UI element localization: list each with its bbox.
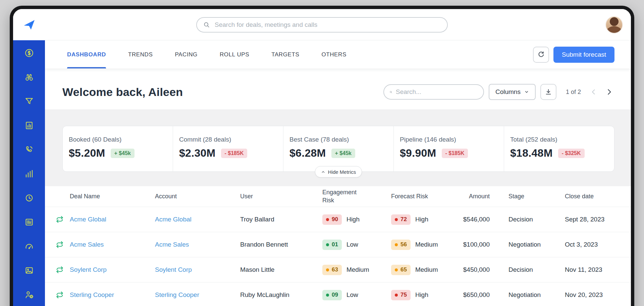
deal-name-link[interactable]: Acme Global <box>70 216 155 223</box>
metric-card-total[interactable]: Total (252 deals) $18.48M - $325K <box>504 126 614 171</box>
engagement-risk-cell: 09 Low <box>322 290 391 300</box>
hide-metrics-button[interactable]: Hide Metrics <box>315 166 362 177</box>
phone-icon <box>24 145 34 155</box>
sidebar-item-pipeline[interactable] <box>13 89 45 113</box>
swap-button[interactable] <box>54 290 65 300</box>
tab-actions: Submit forecast <box>533 47 614 63</box>
metric-card-pipeline[interactable]: Pipeline (146 deals) $9.90M - $185K <box>393 126 504 171</box>
stage-cell: Negotiation <box>490 291 565 299</box>
search-icon <box>389 89 392 96</box>
metric-card-commit[interactable]: Commit (28 deals) $2.30M - $185K <box>173 126 283 171</box>
swap-button[interactable] <box>54 239 65 250</box>
prev-page-button[interactable] <box>588 87 599 97</box>
top-bar <box>13 9 631 40</box>
app-window: DASHBOARD TRENDS PACING ROLL UPS TARGETS… <box>10 6 634 306</box>
metric-value: $9.90M <box>400 147 436 159</box>
sidebar-item-deals[interactable] <box>13 41 45 65</box>
risk-level: High <box>415 291 428 299</box>
user-cell: Ruby McLaughlin <box>240 291 322 299</box>
column-header-deal-name: Deal Name <box>70 193 155 200</box>
sidebar-item-admin[interactable] <box>13 283 45 306</box>
engagement-risk-cell: 63 Medium <box>322 265 391 275</box>
funnel-icon <box>24 96 34 106</box>
sidebar-item-accounts[interactable] <box>13 113 45 138</box>
tab-roll-ups[interactable]: ROLL UPS <box>220 41 249 68</box>
global-search[interactable] <box>196 17 448 33</box>
sidebar-item-feed[interactable] <box>13 210 45 234</box>
risk-dot <box>395 294 398 297</box>
next-page-button[interactable] <box>604 87 614 97</box>
app-logo[interactable] <box>13 18 45 32</box>
engagement-risk-cell: 01 Low <box>322 240 391 250</box>
engagement-risk-cell: 90 High <box>322 214 391 225</box>
deal-name-link[interactable]: Sterling Cooper <box>70 291 155 299</box>
table-row[interactable]: Acme Global Acme Global Troy Ballard 90 … <box>45 207 631 232</box>
column-header-account: Account <box>155 193 240 200</box>
global-search-input[interactable] <box>215 21 441 29</box>
sidebar-item-media[interactable] <box>13 258 45 283</box>
risk-dot <box>395 218 398 221</box>
tab-targets[interactable]: TARGETS <box>271 41 299 68</box>
sidebar-item-performance[interactable] <box>13 234 45 258</box>
metric-delta-badge: + $45k <box>111 149 135 158</box>
account-link[interactable]: Sterling Cooper <box>155 291 240 299</box>
metric-value: $5.20M <box>69 147 105 159</box>
close-date-cell: Nov 11, 2023 <box>565 266 631 273</box>
swap-icon <box>55 215 64 224</box>
risk-level: Medium <box>415 266 438 273</box>
table-controls: Columns 1 of 2 <box>383 84 614 100</box>
columns-button[interactable]: Columns <box>489 84 536 100</box>
building-chart-icon <box>24 120 34 131</box>
risk-score: 09 <box>332 292 338 298</box>
deal-name-link[interactable]: Soylent Corp <box>70 266 155 273</box>
metric-value: $2.30M <box>179 147 216 159</box>
metrics-strip: Booked (60 Deals) $5.20M + $45k Commit (… <box>62 126 614 172</box>
binoculars-icon <box>24 72 34 82</box>
risk-dot <box>326 294 329 297</box>
table-row[interactable]: Sterling Cooper Sterling Cooper Ruby McL… <box>45 283 631 306</box>
user-cell: Mason Little <box>240 266 322 273</box>
table-row[interactable]: Acme Sales Acme Sales Brandon Bennett 01… <box>45 232 631 257</box>
forecast-risk-cell: 56 Medium <box>391 240 443 250</box>
risk-level: High <box>415 216 428 223</box>
metric-card-best-case[interactable]: Best Case (78 deals) $6.28M + $45k <box>283 126 393 171</box>
amount-cell: $100,000 <box>443 241 490 248</box>
sidebar-item-explore[interactable] <box>13 65 45 89</box>
refresh-button[interactable] <box>533 47 549 63</box>
table-search[interactable] <box>383 84 484 100</box>
engagement-risk-badge: 09 <box>322 290 342 300</box>
sidebar-item-history[interactable] <box>13 186 45 210</box>
deals-table: Deal Name Account User Engagement Risk F… <box>45 186 631 306</box>
tab-others[interactable]: OTHERS <box>321 41 346 68</box>
download-button[interactable] <box>540 84 556 100</box>
risk-dot <box>326 268 329 271</box>
deal-name-link[interactable]: Acme Sales <box>70 241 155 248</box>
refresh-icon <box>537 51 545 59</box>
engagement-risk-badge: 01 <box>322 240 342 250</box>
close-date-cell: Sept 28, 2023 <box>565 216 631 223</box>
swap-button[interactable] <box>54 214 65 225</box>
risk-dot <box>326 243 329 246</box>
chevron-right-icon <box>605 88 613 96</box>
risk-level: Medium <box>346 266 369 273</box>
tab-pacing[interactable]: PACING <box>175 41 198 68</box>
table-row[interactable]: Soylent Corp Soylent Corp Mason Little 6… <box>45 257 631 283</box>
swap-button[interactable] <box>54 264 65 275</box>
sidebar-item-calls[interactable] <box>13 138 45 162</box>
tab-trends[interactable]: TRENDS <box>128 41 153 68</box>
table-search-input[interactable] <box>396 88 478 96</box>
sidebar-item-analytics[interactable] <box>13 162 45 186</box>
submit-forecast-button[interactable]: Submit forecast <box>553 47 614 63</box>
engagement-risk-badge: 63 <box>322 265 342 275</box>
swap-icon <box>55 240 64 249</box>
user-settings-icon <box>24 290 34 300</box>
avatar[interactable] <box>605 16 623 34</box>
tab-dashboard[interactable]: DASHBOARD <box>67 41 106 68</box>
account-link[interactable]: Soylent Corp <box>155 266 240 273</box>
metric-card-booked[interactable]: Booked (60 Deals) $5.20M + $45k <box>63 126 173 171</box>
stage-cell: Negotiation <box>490 241 565 248</box>
column-header-engagement-risk: Engagement Risk <box>322 189 391 204</box>
account-link[interactable]: Acme Sales <box>155 241 240 248</box>
account-link[interactable]: Acme Global <box>155 216 240 223</box>
risk-score: 75 <box>400 292 407 298</box>
